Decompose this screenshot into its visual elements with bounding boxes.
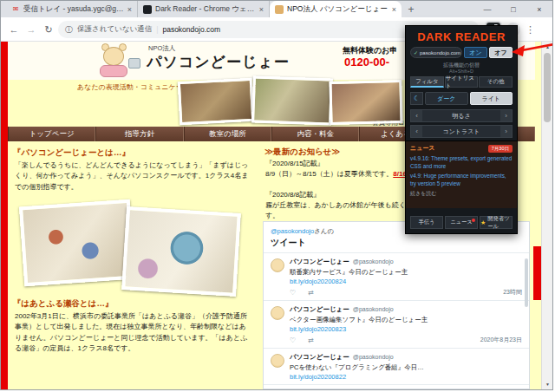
tweet-author-name: パソコンどーじょー — [290, 305, 349, 313]
close-window-button[interactable]: × — [526, 1, 552, 17]
current-site-name: pasokondojo.com — [420, 49, 460, 57]
section1-heading: 『パソコンどーじょーとは…』 — [13, 147, 130, 159]
scroll-down-icon[interactable]: ▼ — [542, 379, 552, 389]
forward-icon[interactable]: → — [23, 17, 39, 42]
brightness-slider[interactable]: ‹ 明るさ › — [410, 109, 513, 122]
tweet-timestamp: 2020年8月23日 — [480, 336, 522, 344]
refresh-icon[interactable]: ↻ — [41, 17, 56, 42]
tweet-avatar — [271, 258, 284, 272]
tweet-avatar — [271, 306, 284, 320]
news-item-link[interactable]: v4.9: Huge performance improvements, try… — [410, 173, 513, 187]
nav-item-pricing[interactable]: 内容・料金 — [271, 127, 359, 141]
tab-more[interactable]: その他 — [479, 76, 513, 88]
darkreader-favicon — [143, 5, 152, 14]
tweet-link[interactable]: bit.ly/dojo20200824 — [290, 278, 522, 285]
chevron-right-icon[interactable]: › — [500, 126, 512, 137]
donate-button[interactable]: 手伝う — [410, 216, 443, 229]
twitter-header-mid: さんの — [314, 227, 334, 235]
tweet-avatar — [271, 354, 284, 368]
read-more-link[interactable]: 続きを読む — [410, 190, 513, 198]
header-photo-2 — [251, 75, 333, 125]
tab-pasokondojo[interactable]: NPO法人 パソコンどーじょー × — [270, 1, 402, 17]
browser-window: ✉ 受信トレイ - yasuda.ygc@gmail.c × Dark Read… — [0, 0, 553, 390]
unread-dot-badge — [472, 219, 475, 222]
chevron-left-icon[interactable]: ‹ — [411, 110, 422, 121]
tab-filter[interactable]: フィルタ — [410, 76, 444, 88]
nav-item-top[interactable]: トップページ — [8, 127, 95, 141]
mascot-body — [100, 65, 127, 77]
moon-icon: ☾ — [410, 92, 423, 105]
tweet-link[interactable]: bit.ly/dojo20200823 — [290, 325, 522, 333]
darkreader-title: DARK READER — [406, 30, 517, 43]
address-url: pasokondojo.com — [162, 25, 220, 34]
star-icon: ★ — [480, 219, 486, 226]
darkreader-on-button[interactable]: オン — [464, 47, 487, 58]
chevron-left-icon[interactable]: ‹ — [411, 126, 422, 137]
section2-heading: 『はあとふる瀬谷とは…』 — [13, 298, 114, 310]
maximize-button[interactable]: □ — [500, 1, 526, 17]
devtools-button-label: 開発者ツール — [487, 215, 512, 231]
section1-paragraph: 「楽しんでるうちに、どんどんできるようになってしまう」「まずはじっくり、何か作っ… — [15, 160, 251, 193]
site-favicon — [275, 5, 284, 14]
header-photo-1 — [178, 78, 254, 125]
tweet-2[interactable]: パソコンどーじょー @pasokondojo ベクター画像編集ソフト』今日のどー… — [264, 301, 529, 349]
mascot-face — [103, 47, 124, 66]
twitter-account-link[interactable]: @pasokondojo — [271, 227, 314, 235]
news-section-header: ニュース 7月30日 — [410, 144, 513, 153]
check-icon: ✓ — [414, 49, 418, 57]
close-tab-icon[interactable]: × — [392, 5, 396, 14]
tab-gmail[interactable]: ✉ 受信トレイ - yasuda.ygc@gmail.c × — [6, 1, 138, 17]
news-item-link[interactable]: v4.9.16: Theme presets, export generated… — [410, 155, 513, 170]
tweet-1[interactable]: パソコンどーじょー @pasokondojo 順番案内サービス』今日のどーじょー… — [264, 253, 529, 301]
minimize-button[interactable]: — — [474, 1, 500, 17]
devtools-button[interactable]: ★ 開発者ツール — [480, 216, 513, 229]
address-divider: | — [156, 25, 158, 34]
darkreader-footer: 手伝う ニュース ★ 開発者ツール — [410, 216, 513, 229]
like-icon[interactable]: ♡ — [290, 336, 296, 344]
twitter-scrollbar-thumb[interactable] — [525, 258, 528, 307]
back-icon[interactable]: ← — [6, 17, 22, 42]
theme-mode-row: ☾ ダーク ライト — [410, 92, 513, 105]
tab-strip: ✉ 受信トレイ - yasuda.ygc@gmail.c × Dark Read… — [1, 1, 552, 17]
dark-mode-button[interactable]: ダーク — [425, 92, 468, 105]
darkreader-tabs: フィルタ サイトリスト その他 — [410, 76, 513, 88]
light-mode-button[interactable]: ライト — [470, 92, 513, 105]
tab-title: 受信トレイ - yasuda.ygc@gmail.c — [23, 4, 124, 15]
window-controls: — □ × — [474, 1, 552, 17]
retweet-icon[interactable]: ⇄ — [308, 289, 314, 297]
nav-item-policy[interactable]: 指導方針 — [95, 127, 183, 141]
darkreader-popup: DARK READER ✓ pasokondojo.com オン オフ 拡張機能… — [405, 25, 518, 234]
header-photo-3 — [329, 80, 402, 125]
close-tab-icon[interactable]: × — [127, 5, 132, 14]
new-tab-button[interactable]: + — [402, 1, 421, 17]
info-icon[interactable]: ⓘ — [65, 24, 73, 36]
craft-photo-2 — [121, 206, 241, 297]
retweet-icon[interactable]: ⇄ — [308, 336, 314, 344]
tweet-author-handle: @pasokondojo — [353, 354, 394, 360]
section2-paragraph: 2002年3月1日に、横浜市の委託事業所「はあとふる瀬谷」（介護予防通所事業）と… — [15, 311, 252, 355]
keyboard-shortcut-label: Alt+Shift+D — [406, 69, 517, 74]
nav-item-location[interactable]: 教室の場所 — [184, 127, 271, 141]
tab-sitelist[interactable]: サイトリスト — [445, 76, 479, 88]
page-scrollbar[interactable]: ▲ ▼ — [541, 42, 552, 389]
news-entry2-date: 『2020/8/8記載』 — [265, 190, 320, 199]
scrollbar-thumb[interactable] — [544, 53, 551, 122]
scroll-up-icon[interactable]: ▲ — [542, 42, 552, 52]
tweet-link[interactable]: bit.ly/dojo20200822 — [290, 373, 522, 381]
close-tab-icon[interactable]: × — [259, 5, 264, 14]
tab-darkreader-store[interactable]: Dark Reader - Chrome ウェブストア × — [138, 1, 270, 17]
tweet-text: PCを使わない『プログラミング番組』今日… — [290, 363, 522, 372]
tweet-author-handle: @pasokondojo — [353, 306, 394, 312]
craft-photo-1 — [19, 199, 135, 287]
darkreader-off-button[interactable]: オフ — [489, 47, 513, 58]
tweet-author-handle: @pasokondojo — [353, 258, 394, 265]
twitter-header-title: ツイート — [271, 237, 522, 249]
news-button[interactable]: ニュース — [445, 216, 478, 229]
tweet-3[interactable]: パソコンどーじょー @pasokondojo PCを使わない『プログラミング番組… — [264, 349, 529, 385]
like-icon[interactable]: ♡ — [290, 289, 296, 297]
news-entry1-date: 『2020/8/15記載』 — [265, 159, 324, 168]
chevron-right-icon[interactable]: › — [500, 110, 512, 121]
contrast-slider[interactable]: ‹ コントラスト › — [410, 125, 513, 138]
news-heading: ≫最新のお知らせ≫ — [264, 147, 340, 158]
chrome-menu-icon[interactable]: ⋮ — [526, 17, 535, 42]
